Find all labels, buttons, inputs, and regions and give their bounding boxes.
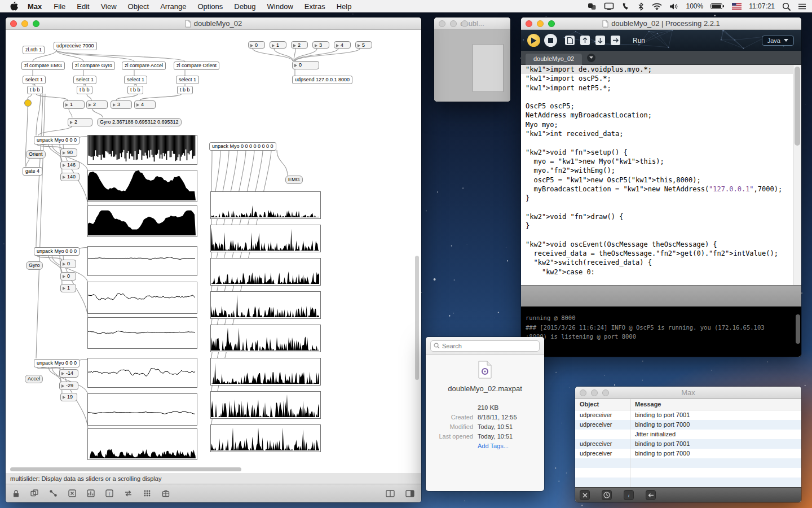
console-row[interactable]: udpreceiverbinding to port 7001 (575, 439, 801, 449)
multislider-orient-3[interactable] (87, 205, 197, 237)
numbox-route-1[interactable]: 1 (63, 100, 85, 109)
menu-options[interactable]: Options (192, 2, 228, 11)
window-controls[interactable] (10, 20, 39, 27)
tab-doublemyo-02[interactable]: doubleMyo_02 (526, 54, 582, 65)
processing-ide-window[interactable]: doubleMyo_02 | Processing 2.2.1 Run Java… (521, 17, 801, 357)
column-object[interactable]: Object (575, 399, 630, 410)
code-line[interactable]: } (521, 194, 801, 203)
multislider-emg-2[interactable] (210, 225, 321, 252)
object-zl-compare-gyro[interactable]: zl compare Gyro (72, 62, 115, 70)
object-zl-compare-emg[interactable]: zl compare EMG (21, 62, 65, 70)
code-line[interactable]: NetAddress myBroadcastLocation; (521, 111, 801, 120)
finder-info-window[interactable]: doubleMyo_02.maxpat 210 KB Created8/18/1… (426, 337, 544, 491)
numbox-send-value[interactable]: 0 (292, 61, 319, 69)
run-button[interactable] (527, 34, 540, 47)
code-line[interactable]: "kw1">import oscP5.*; (521, 74, 801, 83)
package-icon[interactable] (162, 489, 170, 497)
max-console-titlebar[interactable]: Max (575, 387, 801, 399)
horizontal-scrollbar[interactable] (10, 467, 241, 471)
numbox-accel-2[interactable]: -29 (59, 382, 78, 390)
object-udpsend[interactable]: udpsend 127.0.0.1 8000 (292, 76, 352, 84)
code-line[interactable]: "kw1">import netP5.*; (521, 84, 801, 93)
code-line[interactable]: myBroadcastLocation = "kw1">new NetAddre… (521, 185, 801, 194)
search-input[interactable] (442, 343, 536, 349)
object-unpack-gyro[interactable]: unpack Myo 0 0 0 (34, 247, 80, 256)
active-app-menu[interactable]: Max (21, 2, 48, 11)
editor-scrollbar[interactable] (793, 65, 801, 285)
code-line[interactable]: "kw2">void oscEvent(OscMessage theOscMes… (521, 240, 801, 249)
export-sketch-icon[interactable] (611, 36, 620, 45)
code-line[interactable]: "kw1">int received_data; (521, 129, 801, 138)
menu-window[interactable]: Window (262, 2, 299, 11)
code-line[interactable]: received_data = theOscMessage."fn2">get(… (521, 249, 801, 258)
numbox-route-3[interactable]: 3 (111, 100, 132, 109)
add-tags-link[interactable]: Add Tags... (478, 441, 509, 451)
tab-menu-button[interactable] (587, 54, 595, 62)
navigate-back-icon[interactable] (646, 490, 656, 500)
swap-mode-icon[interactable] (124, 489, 133, 497)
message-gyro[interactable]: Gyro (26, 261, 43, 270)
object-select-3[interactable]: select 1 (124, 76, 147, 84)
multislider-orient-2[interactable] (87, 170, 197, 202)
numbox-orient-2[interactable]: 146 (60, 161, 80, 169)
menu-object[interactable]: Object (122, 2, 155, 11)
message-emg[interactable]: EMG (285, 176, 303, 184)
message-orient[interactable]: Orient (26, 150, 46, 159)
code-line[interactable]: "kw1">import de.voidplus.myo.*; (521, 65, 801, 74)
numbox-accel-3[interactable]: 19 (60, 393, 77, 401)
numbox-orient-1[interactable]: 90 (60, 148, 77, 157)
multislider-accel-2[interactable] (87, 393, 197, 426)
numbox-send-5[interactable]: 5 (355, 41, 372, 49)
numbox-route-2[interactable]: 2 (86, 100, 108, 109)
console-row[interactable] (575, 458, 801, 468)
new-sketch-icon[interactable] (565, 36, 575, 45)
code-line[interactable]: "kw2">void "fn">setup() { (521, 148, 801, 157)
message-accel[interactable]: Accel (25, 375, 43, 383)
notification-center-icon[interactable] (798, 3, 806, 10)
object-zl-nth[interactable]: zl.nth 1 (23, 46, 45, 54)
chart-panel-icon[interactable] (87, 489, 95, 497)
menu-arrange[interactable]: Arrange (155, 2, 192, 11)
processing-titlebar[interactable]: doubleMyo_02 | Processing 2.2.1 (521, 17, 801, 30)
multislider-gyro-1[interactable] (87, 246, 197, 276)
code-line[interactable]: Myo myo; (521, 120, 801, 129)
vertical-scrollbar[interactable] (415, 256, 419, 380)
code-line[interactable]: "kw2">void "fn">draw() { (521, 212, 801, 221)
numbox-send-0[interactable]: 0 (248, 41, 265, 49)
patcher-canvas[interactable]: zl.nth 1 udpreceive 7000 zl compare EMG … (6, 30, 421, 474)
object-trigger-4[interactable]: t b b (177, 86, 193, 94)
numbox-selector[interactable]: 2 (68, 118, 92, 126)
window-controls[interactable] (580, 389, 609, 396)
object-trigger-1[interactable]: t b b (27, 86, 43, 94)
code-line[interactable]: "kw2">switch(received_data) { (521, 258, 801, 267)
apple-menu-icon[interactable] (7, 2, 21, 11)
column-message[interactable]: Message (630, 399, 661, 410)
split-view-icon[interactable] (386, 490, 395, 497)
mode-selector-button[interactable]: Java (762, 36, 794, 46)
search-field[interactable] (430, 340, 540, 352)
multislider-emg-4[interactable] (210, 291, 321, 319)
multislider-emg-8[interactable] (210, 424, 321, 452)
numbox-gyro-1[interactable]: 0 (60, 260, 76, 268)
menu-edit[interactable]: Edit (71, 2, 95, 11)
processing-console[interactable]: running @ 8000### [2015/3/26 11:6:24] IN… (521, 306, 801, 357)
multislider-orient-1[interactable] (87, 135, 197, 165)
numbox-send-4[interactable]: 4 (334, 41, 351, 49)
menu-file[interactable]: File (48, 2, 71, 11)
patcher-nodes-icon[interactable] (49, 489, 58, 497)
object-zl-compare-accel[interactable]: zl compare Accel (122, 62, 166, 70)
console-row[interactable]: udpreceiverbinding to port 7000 (575, 420, 801, 430)
console-row[interactable] (575, 468, 801, 478)
window-controls[interactable] (526, 20, 555, 27)
object-unpack-emg[interactable]: unpack Myo 0 0 0 0 0 0 0 0 (209, 142, 276, 151)
toggle-button-lit[interactable] (24, 99, 32, 107)
phone-icon[interactable] (621, 2, 630, 10)
console-row[interactable] (575, 478, 801, 487)
multislider-emg-7[interactable] (210, 391, 321, 419)
open-sketch-icon[interactable] (580, 36, 590, 45)
numbox-accel-1[interactable]: -14 (59, 369, 78, 378)
presentation-view-icon[interactable] (405, 490, 414, 497)
object-unpack-accel[interactable]: unpack Myo 0 0 0 (34, 359, 80, 367)
input-language-flag-icon[interactable] (732, 3, 742, 10)
multislider-gyro-3[interactable] (87, 317, 197, 349)
